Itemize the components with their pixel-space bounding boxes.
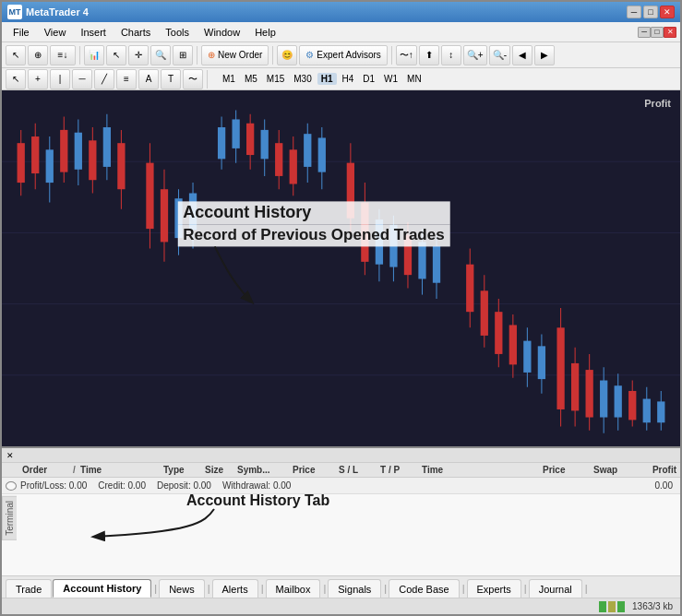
th-swap: Swap	[593, 465, 630, 475]
table-empty-area	[2, 494, 680, 575]
toolbar-line-btn[interactable]: ↕	[441, 45, 461, 65]
svg-rect-68	[523, 341, 531, 373]
tab-journal[interactable]: Journal	[529, 579, 582, 598]
svg-rect-34	[246, 124, 254, 155]
toolbar-scroll2-btn[interactable]: ▶	[534, 45, 555, 65]
tf-h4[interactable]: H4	[339, 73, 358, 85]
svg-rect-72	[556, 327, 564, 409]
toolbar-arrow-btn[interactable]: ↖	[6, 45, 26, 65]
profit-label: Profit	[644, 98, 671, 109]
draw-T-btn[interactable]: T	[161, 69, 181, 89]
tab-alerts[interactable]: Alerts	[212, 579, 258, 598]
tf-m1[interactable]: M1	[219, 73, 239, 85]
expert-advisors-button[interactable]: ⚙ Expert Advisors	[299, 45, 387, 65]
tf-w1[interactable]: W1	[380, 73, 401, 85]
draw-hline-btn[interactable]: ─	[72, 69, 92, 89]
annotation-line2: Record of Previous Opened Trades	[177, 224, 449, 246]
svg-rect-76	[586, 370, 593, 417]
timeframe-area: M1 M5 M15 M30 H1 H4 D1 W1 MN	[219, 73, 425, 85]
toolbar-bar-btn[interactable]: ⬆	[419, 45, 439, 65]
tab-sep6: |	[461, 579, 467, 598]
status-indicator	[599, 601, 625, 612]
tab-signals[interactable]: Signals	[328, 579, 381, 598]
title-bar: MT MetaTrader 4 ─ □ ✕	[2, 2, 680, 22]
account-hist-annotation: Account History Tab	[186, 492, 329, 548]
svg-rect-44	[318, 137, 326, 172]
tf-m5[interactable]: M5	[241, 73, 261, 85]
svg-rect-24	[161, 189, 168, 242]
th-profit: Profit	[630, 465, 676, 475]
draw-diag-btn[interactable]: ╱	[94, 69, 114, 89]
tab-account-history[interactable]: Account History	[53, 579, 151, 598]
svg-rect-82	[628, 391, 636, 420]
menu-help[interactable]: Help	[247, 25, 283, 40]
toolbar-zoomout-btn[interactable]: 🔍-	[489, 45, 510, 65]
menu-tools[interactable]: Tools	[158, 25, 197, 40]
deposit-text: Deposit: 0.00	[157, 480, 211, 491]
menu-insert[interactable]: Insert	[73, 25, 114, 40]
inner-minimize-button[interactable]: ─	[638, 27, 651, 38]
toolbar-zoomin-btn[interactable]: 🔍+	[463, 45, 487, 65]
tab-trade[interactable]: Trade	[6, 579, 52, 598]
toolbar-period-btn[interactable]: ⊞	[173, 45, 193, 65]
status-dot-2	[608, 601, 616, 612]
draw-text-btn[interactable]: A	[138, 69, 159, 89]
draw-wave-btn[interactable]: 〜	[183, 69, 203, 89]
summary-row: Profit/Loss: 0.00 Credit: 0.00 Deposit: …	[2, 478, 680, 494]
draw-vline-btn[interactable]: |	[50, 69, 70, 89]
svg-rect-16	[89, 140, 96, 180]
title-buttons: ─ □ ✕	[627, 6, 675, 18]
inner-close-button[interactable]: ✕	[664, 27, 676, 38]
tf-m30[interactable]: M30	[290, 73, 315, 85]
th-type: Type	[163, 465, 205, 475]
tf-m15[interactable]: M15	[263, 73, 288, 85]
tf-h1[interactable]: H1	[317, 73, 337, 85]
tab-experts[interactable]: Experts	[467, 579, 521, 598]
toolbar-pointer-btn[interactable]: ↖	[106, 45, 126, 65]
menu-bar: File View Insert Charts Tools Window Hel…	[2, 22, 680, 42]
minimize-button[interactable]: ─	[627, 6, 641, 18]
toolbar-btn2[interactable]: ≡↓	[50, 45, 76, 65]
new-order-button[interactable]: ⊕ New Order	[201, 45, 269, 65]
draw-cursor-btn[interactable]: ↖	[6, 69, 26, 89]
table-header-row: Order / Time Type Size Symb... Price S /…	[2, 463, 680, 478]
draw-plus-btn[interactable]: +	[28, 69, 48, 89]
tab-mailbox[interactable]: Mailbox	[266, 579, 321, 598]
svg-rect-74	[571, 363, 579, 410]
tab-news[interactable]: News	[159, 579, 205, 598]
th-order: Order	[22, 465, 73, 475]
toolbar-sep2	[197, 46, 197, 65]
expert-icon: ⚙	[305, 50, 314, 60]
close-button[interactable]: ✕	[660, 6, 675, 18]
tf-d1[interactable]: D1	[359, 73, 378, 85]
toolbar-wave-btn[interactable]: 〜↑	[396, 45, 417, 65]
th-sl: S / L	[339, 465, 380, 475]
svg-rect-32	[232, 119, 239, 148]
account-hist-annotation-text: Account History Tab	[186, 492, 329, 509]
toolbar-scroll-btn[interactable]: ◀	[512, 45, 532, 65]
menu-view[interactable]: View	[37, 25, 74, 40]
tf-mn[interactable]: MN	[403, 73, 425, 85]
menu-charts[interactable]: Charts	[114, 25, 158, 40]
toolbar-crosshair-btn[interactable]: ✛	[128, 45, 149, 65]
tab-sep3: |	[259, 579, 266, 598]
menu-window[interactable]: Window	[197, 25, 247, 40]
toolbar-face-btn[interactable]: 😊	[277, 45, 297, 65]
toolbar-btn1[interactable]: ⊕	[28, 45, 48, 65]
draw-arr-btn[interactable]: ≡	[116, 69, 137, 89]
inner-restore-button[interactable]: □	[651, 27, 664, 38]
svg-rect-6	[18, 143, 25, 183]
new-order-icon: ⊕	[208, 50, 215, 60]
tab-codebase[interactable]: Code Base	[389, 579, 459, 598]
svg-rect-78	[600, 381, 607, 418]
svg-rect-36	[261, 130, 269, 159]
maximize-button[interactable]: □	[643, 6, 658, 18]
menu-file[interactable]: File	[6, 25, 37, 40]
terminal-close-icon[interactable]: ✕	[6, 451, 15, 460]
svg-rect-84	[643, 399, 651, 423]
status-bar: 1363/3 kb	[2, 598, 680, 614]
toolbar-sep3	[272, 46, 273, 65]
toolbar-chart-btn[interactable]: 📊	[84, 45, 104, 65]
toolbar-zoom-btn[interactable]: 🔍	[150, 45, 171, 65]
th-sort: /	[73, 465, 80, 475]
